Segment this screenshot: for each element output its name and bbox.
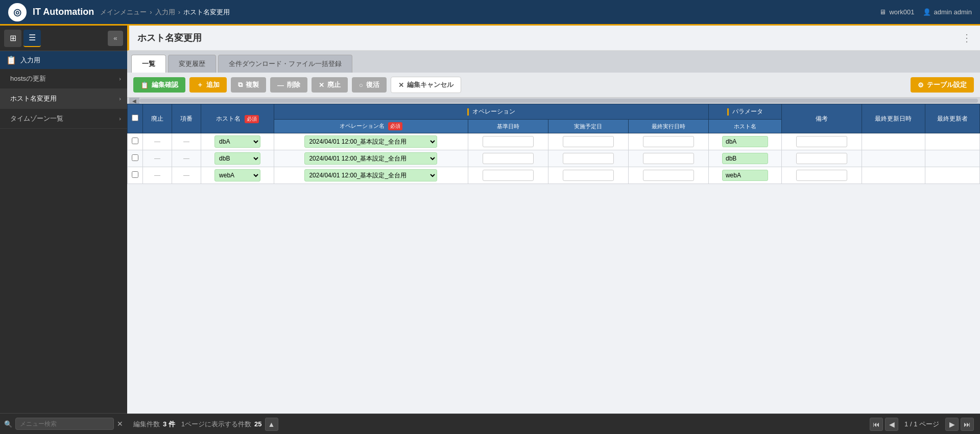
operation-required: 必須 [388,122,402,130]
row-hostname-select[interactable]: webA [214,169,260,181]
app-title: IT Automation [33,7,94,17]
row-last-exec-date-input[interactable] [643,153,694,164]
restore-button[interactable]: ○ 復活 [352,77,387,93]
tab-download[interactable]: 全件ダウンロード・ファイル一括登録 [218,55,352,73]
row-scheduled-date-input[interactable] [563,153,614,164]
sidebar-search: 🔍 ✕ [0,413,127,434]
th-operation-name: オペレーション名 必須 [274,120,468,133]
search-input[interactable] [15,418,114,430]
table-row: — — dbA 2024/04/01 12:00_基本設定_全台用 [128,133,980,150]
row-scheduled-date-input[interactable] [563,136,614,147]
th-notes: 備考 [782,104,862,133]
row-checkbox-cell [128,150,143,167]
page-header: ホスト名変更用 ⋮ [127,26,980,51]
sidebar-item-label-timezone: タイムゾーン一覧 [10,114,63,123]
breadcrumb-sep2: › [178,8,180,16]
sidebar-top: ⊞ ☰ « [0,26,127,51]
row-last-update-date [862,150,925,167]
table-row: — — dbB 2024/04/01 12:00_基本設定_全台用 [128,150,980,167]
th-param-hostname: ホスト名 [708,120,781,133]
th-last-exec-date: 最終実行日時 [628,120,708,133]
sidebar-item-hosts[interactable]: hostsの更新 › [0,69,127,89]
row-notes-input[interactable] [796,170,847,181]
discard-button[interactable]: ✕ 廃止 [312,77,348,93]
delete-label: 削除 [287,80,300,89]
discard-label: 廃止 [327,80,341,89]
table-settings-button[interactable]: ⚙ テーブル設定 [911,77,974,93]
sidebar-item-hostname[interactable]: ホスト名変更用 › [0,89,127,109]
param-marker [727,108,729,116]
page-menu-btn[interactable]: ⋮ [962,32,972,44]
delete-button[interactable]: — 削除 [270,77,307,93]
row-param-hostname-input[interactable] [722,170,768,181]
user-label: admin admin [934,8,972,16]
add-button[interactable]: ＋ 追加 [189,77,227,93]
row-last-exec-date-input[interactable] [643,170,694,181]
edit-count-item: 編集件数 3 件 [133,420,175,429]
row-param-hostname-input[interactable] [722,136,768,147]
tab-list[interactable]: 一覧 [131,55,166,73]
row-hostname-select[interactable]: dbB [214,152,260,165]
tab-bar: 一覧 変更履歴 全件ダウンロード・ファイル一括登録 [127,51,980,73]
sidebar-list-btn[interactable]: ☰ [23,30,41,47]
row-base-date-input[interactable] [483,170,534,181]
edit-confirm-button[interactable]: 📋 編集確認 [133,77,185,93]
sidebar-item-label-hosts: hostsの更新 [10,74,46,83]
row-base-date-input[interactable] [483,136,534,147]
cancel-label: 編集キャンセル [407,80,453,89]
th-index: 項番 [172,104,201,133]
select-all-checkbox[interactable] [132,115,138,121]
row-index: — [172,133,201,150]
tab-history[interactable]: 変更履歴 [168,55,216,73]
sidebar-collapse-btn[interactable]: « [108,31,123,46]
row-notes-input[interactable] [796,136,847,147]
per-page-item: 1ページに表示する件数 25 ▲ [181,418,278,431]
circle-icon: ○ [359,81,363,89]
edit-count-value: 3 件 [163,420,175,429]
workspace-label: work001 [889,8,914,16]
row-operation-select[interactable]: 2024/04/01 12:00_基本設定_全台用 [304,152,437,165]
input-icon: 📋 [6,55,16,65]
page-info: 1 / 1 ページ [904,420,939,429]
row-operation-select[interactable]: 2024/04/01 12:00_基本設定_全台用 [304,135,437,148]
th-operation-group: オペレーション [274,104,709,120]
copy-icon: ⧉ [238,81,243,89]
table-row: — — webA 2024/04/01 12:00_基本設定_全台用 [128,167,980,184]
last-page-btn[interactable]: ⏭ [961,418,974,431]
row-base-date-input[interactable] [483,153,534,164]
next-page-btn[interactable]: ▶ [945,418,959,431]
header-right: 🖥 work001 👤 admin admin [879,8,972,16]
row-checkbox[interactable] [132,171,138,178]
row-param-hostname-cell [708,150,781,167]
sidebar-grid-btn[interactable]: ⊞ [4,30,21,47]
first-page-btn[interactable]: ⏮ [870,418,883,431]
row-param-hostname-cell [708,167,781,184]
prev-page-btn[interactable]: ◀ [885,418,898,431]
per-page-value: 25 [254,420,261,428]
edit-confirm-label: 編集確認 [152,80,178,89]
row-operation-select[interactable]: 2024/04/01 12:00_基本設定_全台用 [304,169,437,181]
add-label: 追加 [206,80,220,89]
row-notes-input[interactable] [796,153,847,164]
row-param-hostname-input[interactable] [722,153,768,164]
chevron-right-icon: › [119,96,121,102]
copy-button[interactable]: ⧉ 複製 [231,77,266,93]
scrollbar-track [139,99,978,103]
row-last-exec-date-input[interactable] [643,136,694,147]
row-scheduled-date-input[interactable] [563,170,614,181]
search-clear-icon[interactable]: ✕ [117,420,123,428]
header: ◎ IT Automation メインメニュー › 入力用 › ホスト名変更用 … [0,0,980,26]
cancel-button[interactable]: ✕ 編集キャンセル [391,77,461,93]
row-checkbox[interactable] [132,154,138,161]
row-last-exec-date [628,167,708,184]
plus-icon: ＋ [197,80,203,89]
per-page-up-btn[interactable]: ▲ [265,418,278,431]
minus-icon: — [277,81,284,89]
row-hostname-select[interactable]: dbA [214,135,260,148]
row-checkbox[interactable] [132,138,138,144]
hostname-required: 必須 [245,115,259,123]
x-icon: ✕ [319,81,324,89]
scroll-left-btn[interactable]: ◀ [129,98,139,104]
horizontal-scrollbar[interactable]: ◀ [127,98,980,104]
sidebar-item-timezone[interactable]: タイムゾーン一覧 › [0,109,127,129]
